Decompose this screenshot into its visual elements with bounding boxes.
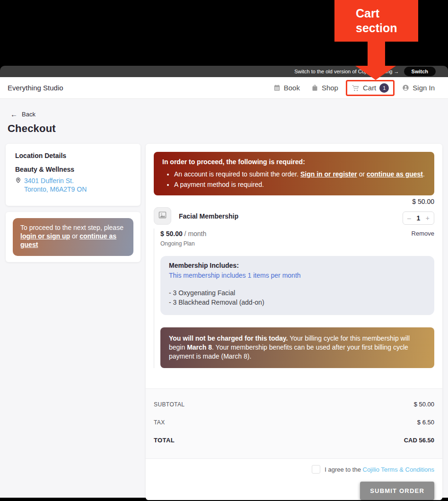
image-placeholder-icon <box>158 211 167 221</box>
requirement-payment: A payment method is required. <box>174 180 426 189</box>
cart-item-header-row: Facial Membership <box>154 207 434 225</box>
requirement-account: An account is required to submit the ord… <box>174 170 426 178</box>
total-value: CAD 56.50 <box>404 437 434 444</box>
quantity-increase-button[interactable]: + <box>426 214 430 222</box>
address-line1-link[interactable]: 3401 Dufferin St. <box>24 177 74 185</box>
cart-icon <box>351 84 360 92</box>
product-price: $ 50.00 <box>412 198 434 205</box>
nav-actions: Book Shop Cart 1 Sign In <box>268 80 440 96</box>
business-name: Beauty & Wellness <box>15 166 131 173</box>
quantity-value: 1 <box>416 214 420 222</box>
cart-item: Facial Membership $ 50.00 – 1 + Remove <box>146 195 442 368</box>
annotation-arrow-head <box>355 66 396 80</box>
login-signup-link[interactable]: login or sign up <box>20 232 70 240</box>
billing-notice-intro: You will not be charged for this today. <box>169 334 288 342</box>
annotation-label-line1: Cart <box>356 6 418 21</box>
annotation-callout: Cart section <box>334 0 418 42</box>
agree-text: I agree to the <box>325 466 362 473</box>
requirements-banner: In order to proceed, the following is re… <box>154 152 434 195</box>
terms-conditions-link[interactable]: Cojilio Terms & Conditions <box>363 466 435 473</box>
checkout-page: Cart section Switch to the old version o… <box>0 0 448 501</box>
nav-item-label: Book <box>284 84 300 92</box>
terms-agreement-text: I agree to the Cojilio Terms & Condition… <box>325 466 434 473</box>
switch-button[interactable]: Switch <box>404 67 436 76</box>
tax-label: TAX <box>154 419 165 426</box>
requirements-title: In order to proceed, the following is re… <box>162 158 426 166</box>
signin-register-link[interactable]: Sign in or register <box>300 170 357 178</box>
nav-item-label: Sign In <box>413 84 435 92</box>
nav-item-shop[interactable]: Shop <box>306 81 344 95</box>
back-label: Back <box>22 111 35 118</box>
calendar-icon <box>273 84 281 91</box>
address-lines: 3401 Dufferin St. Toronto, M6A2T9 ON <box>24 176 87 193</box>
recurring-unit: / month <box>183 230 207 237</box>
location-pin-icon <box>15 176 21 193</box>
membership-includes-items: - 3 Oxygenating Facial - 3 Blackhead Rem… <box>169 288 426 307</box>
nav-item-cart[interactable]: Cart 1 <box>347 81 393 95</box>
nav-item-label: Cart <box>363 84 376 92</box>
membership-include-item: - 3 Blackhead Removal (add-on) <box>169 298 426 307</box>
subtotal-label: SUBTOTAL <box>154 401 184 408</box>
annotation-label-line2: section <box>356 21 418 35</box>
membership-include-item: - 3 Oxygenating Facial <box>169 288 426 298</box>
address-line2-link[interactable]: Toronto, M6A2T9 ON <box>24 185 87 193</box>
continue-as-guest-link[interactable]: continue as guest <box>367 170 423 178</box>
subtotal-row: SUBTOTAL $ 50.00 <box>154 401 434 408</box>
order-footer: I agree to the Cojilio Terms & Condition… <box>146 458 442 500</box>
tax-value: $ 6.50 <box>417 419 434 426</box>
remove-item-link[interactable]: Remove <box>412 230 434 237</box>
product-name: Facial Membership <box>179 212 238 220</box>
plan-type: Ongoing Plan <box>160 240 434 247</box>
page-body: ← Back Checkout Location Details Beauty … <box>0 99 448 498</box>
membership-includes-title: Membership Includes: <box>169 262 426 269</box>
brand-name[interactable]: Everything Studio <box>8 84 63 92</box>
order-summary-card: In order to proceed, the following is re… <box>146 144 442 500</box>
location-details-card: Location Details Beauty & Wellness 3401 … <box>6 144 141 206</box>
quantity-decrease-button[interactable]: – <box>407 214 411 222</box>
total-label: TOTAL <box>154 437 175 444</box>
tax-row: TAX $ 6.50 <box>154 419 434 426</box>
nav-item-signin[interactable]: Sign In <box>396 81 440 95</box>
back-arrow-icon: ← <box>10 110 18 118</box>
requirement-account-text: An account is required to submit the ord… <box>174 170 300 178</box>
terms-agreement-row: I agree to the Cojilio Terms & Condition… <box>154 465 434 474</box>
recurring-price: $ 50.00 / month <box>160 229 434 237</box>
product-thumbnail <box>154 207 171 225</box>
login-notice: To proceed to the next step, please logi… <box>13 218 133 256</box>
business-address: 3401 Dufferin St. Toronto, M6A2T9 ON <box>15 176 131 193</box>
location-details-title: Location Details <box>15 152 131 159</box>
submit-row: SUBMIT ORDER <box>154 482 434 500</box>
recurring-amount: $ 50.00 <box>160 230 183 237</box>
totals-section: SUBTOTAL $ 50.00 TAX $ 6.50 TOTAL CAD 56… <box>146 388 442 458</box>
back-link[interactable]: ← Back <box>6 99 442 118</box>
total-row: TOTAL CAD 56.50 <box>154 437 434 444</box>
nav-item-book[interactable]: Book <box>268 81 306 95</box>
billing-notice-date: March 8 <box>187 343 212 351</box>
quantity-stepper: – 1 + <box>403 211 434 225</box>
terms-checkbox[interactable] <box>312 465 320 474</box>
billing-notice: You will not be charged for this today. … <box>160 327 434 368</box>
left-column: Location Details Beauty & Wellness 3401 … <box>6 144 141 262</box>
nav-item-label: Shop <box>322 84 338 92</box>
requirements-list: An account is required to submit the ord… <box>162 170 426 189</box>
cart-highlight-outline: Cart 1 <box>346 80 395 96</box>
bag-icon <box>311 84 318 91</box>
login-notice-card: To proceed to the next step, please logi… <box>6 212 141 262</box>
cart-item-details: $ 50.00 / month Ongoing Plan Membership … <box>154 229 434 368</box>
subtotal-value: $ 50.00 <box>414 401 434 408</box>
annotation-arrow-shaft <box>368 41 385 66</box>
requirement-or: or <box>357 170 367 178</box>
login-notice-or: or <box>70 232 79 240</box>
requirement-period: . <box>423 170 425 178</box>
content-columns: Location Details Beauty & Wellness 3401 … <box>6 144 442 500</box>
person-icon <box>402 84 409 91</box>
login-notice-text: To proceed to the next step, please <box>20 224 123 231</box>
cart-item-controls: $ 50.00 – 1 + Remove <box>403 198 434 237</box>
navbar: Everything Studio Book Shop Cart 1 Sign … <box>0 77 448 99</box>
membership-includes-summary: This membership includes 1 items per mon… <box>169 272 426 279</box>
page-title: Checkout <box>8 123 442 135</box>
cart-count-badge: 1 <box>379 83 389 93</box>
membership-includes-box: Membership Includes: This membership inc… <box>160 256 434 315</box>
submit-order-button[interactable]: SUBMIT ORDER <box>360 482 434 500</box>
